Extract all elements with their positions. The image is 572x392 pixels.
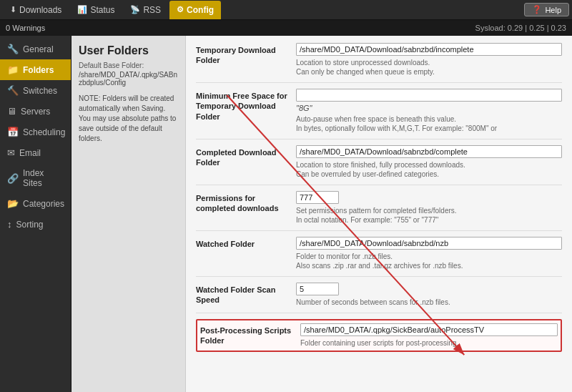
sidebar-item-indexsites[interactable]: 🔗 Index Sites	[0, 163, 71, 193]
form-right-scan-speed: Number of seconds between scans for .nzb…	[296, 283, 562, 307]
main-layout: 🔧 General 📁 Folders 🔨 Switches 🖥 Servers…	[0, 36, 572, 392]
tab-rss-label: RSS	[143, 5, 161, 15]
help-button[interactable]: ❓ Help	[524, 3, 569, 16]
folders-icon: 📁	[7, 64, 19, 75]
hint-completed-download: Location to store finished, fully proces…	[296, 160, 562, 179]
switches-icon: 🔨	[7, 85, 19, 96]
label-scan-speed: Watched Folder Scan Speed	[196, 283, 296, 305]
form-row-temp-download: Temporary Download Folder Location to st…	[196, 43, 562, 83]
hint-scan-speed: Number of seconds between scans for .nzb…	[296, 298, 562, 307]
form-row-permissions: Permissions for completed downloads Set …	[196, 191, 562, 231]
form-right-temp-download: Location to store unprocessed downloads.…	[296, 43, 562, 77]
input-post-processing[interactable]	[300, 323, 558, 336]
warnings-text: 0 Warnings	[6, 24, 45, 32]
hint-temp-download: Location to store unprocessed downloads.…	[296, 58, 562, 77]
input-permissions[interactable]	[296, 191, 339, 204]
base-folder-path: /share/MD0_DATA/.qpkg/SABnzbdplus/Config	[79, 71, 178, 87]
sidebar-item-general[interactable]: 🔧 General	[0, 39, 71, 59]
status-bar: 0 Warnings Sysload: 0.29 | 0.25 | 0.23	[0, 20, 572, 36]
form-row-min-free-space: Minimum Free Space for Temporary Downloa…	[196, 89, 562, 139]
input-completed-download[interactable]	[296, 145, 562, 158]
status-icon: 📊	[77, 5, 87, 14]
base-folder-label: Default Base Folder:	[79, 62, 178, 69]
form-row-post-processing: Post-Processing Scripts Folder Folder co…	[196, 319, 562, 352]
sidebar-general-label: General	[23, 44, 54, 54]
hint-post-processing: Folder containing user scripts for post-…	[300, 338, 558, 348]
hint-watched-folder: Folder to monitor for .nzb files.Also sc…	[296, 252, 562, 270]
downloads-icon: ⬇	[10, 5, 16, 14]
label-post-processing: Post-Processing Scripts Folder	[200, 323, 300, 346]
hint-min-free-space: Auto-pause when free space is beneath th…	[296, 114, 562, 133]
tab-config-label: Config	[187, 5, 214, 15]
tab-config[interactable]: ⚙ Config	[169, 1, 221, 19]
general-icon: 🔧	[7, 44, 19, 54]
indexsites-icon: 🔗	[7, 173, 19, 184]
form-right-completed-download: Location to store finished, fully proces…	[296, 145, 562, 179]
label-min-free-space: Minimum Free Space for Temporary Downloa…	[196, 89, 296, 122]
label-watched-folder: Watched Folder	[196, 237, 296, 249]
categories-icon: 📂	[7, 198, 19, 209]
value-text-min-free-space: "8G"	[296, 104, 562, 112]
label-permissions: Permissions for completed downloads	[196, 191, 296, 214]
email-icon: ✉	[7, 147, 15, 158]
form-row-watched-folder: Watched Folder Folder to monitor for .nz…	[196, 237, 562, 277]
sidebar-folders-label: Folders	[23, 65, 54, 75]
input-scan-speed[interactable]	[296, 283, 339, 295]
form-right-post-processing: Folder containing user scripts for post-…	[300, 323, 558, 348]
sidebar-item-switches[interactable]: 🔨 Switches	[0, 80, 71, 101]
sidebar-item-servers[interactable]: 🖥 Servers	[0, 101, 71, 122]
sidebar-scheduling-label: Scheduling	[23, 127, 65, 137]
tab-downloads-label: Downloads	[19, 5, 61, 15]
sorting-icon: ↕	[7, 219, 12, 230]
right-panel: Temporary Download Folder Location to st…	[186, 36, 572, 392]
sidebar-servers-label: Servers	[21, 107, 50, 117]
sidebar-item-email[interactable]: ✉ Email	[0, 142, 71, 163]
label-temp-download: Temporary Download Folder	[196, 43, 296, 66]
sidebar-sorting-label: Sorting	[16, 220, 44, 230]
sidebar-categories-label: Categories	[23, 199, 64, 209]
sidebar-item-folders[interactable]: 📁 Folders	[0, 59, 71, 80]
note-text: NOTE: Folders will be created automatica…	[79, 94, 178, 144]
form-row-scan-speed: Watched Folder Scan Speed Number of seco…	[196, 283, 562, 313]
hint-permissions: Set permissions pattern for completed fi…	[296, 206, 562, 225]
sysload-text: Sysload: 0.29 | 0.25 | 0.23	[475, 24, 566, 32]
top-nav: ⬇ Downloads 📊 Status 📡 RSS ⚙ Config ❓ He…	[0, 0, 572, 20]
rss-icon: 📡	[130, 5, 140, 14]
label-completed-download: Completed Download Folder	[196, 145, 296, 168]
form-row-completed-download: Completed Download Folder Location to st…	[196, 145, 562, 185]
sidebar-item-sorting[interactable]: ↕ Sorting	[0, 214, 71, 235]
form-right-permissions: Set permissions pattern for completed fi…	[296, 191, 562, 225]
input-temp-download[interactable]	[296, 43, 562, 56]
help-icon: ❓	[532, 5, 542, 14]
input-min-free-space[interactable]	[296, 89, 562, 102]
sidebar: 🔧 General 📁 Folders 🔨 Switches 🖥 Servers…	[0, 36, 72, 392]
servers-icon: 🖥	[7, 106, 16, 117]
content-area: User Folders Default Base Folder: /share…	[72, 36, 572, 392]
scheduling-icon: 📅	[7, 127, 19, 137]
left-panel: User Folders Default Base Folder: /share…	[72, 36, 186, 392]
sidebar-item-scheduling[interactable]: 📅 Scheduling	[0, 122, 71, 142]
help-label: Help	[545, 6, 561, 14]
section-title: User Folders	[79, 44, 178, 57]
tab-status[interactable]: 📊 Status	[70, 1, 122, 19]
sidebar-switches-label: Switches	[23, 86, 57, 96]
config-icon: ⚙	[177, 5, 184, 14]
input-watched-folder[interactable]	[296, 237, 562, 250]
form-right-min-free-space: "8G" Auto-pause when free space is benea…	[296, 89, 562, 133]
sidebar-item-categories[interactable]: 📂 Categories	[0, 193, 71, 214]
tab-downloads[interactable]: ⬇ Downloads	[3, 1, 69, 19]
sidebar-indexsites-label: Index Sites	[23, 168, 64, 188]
tab-rss[interactable]: 📡 RSS	[123, 1, 168, 19]
tab-status-label: Status	[90, 5, 114, 15]
form-right-watched-folder: Folder to monitor for .nzb files.Also sc…	[296, 237, 562, 270]
nav-right: ❓ Help	[524, 3, 569, 16]
nav-tabs: ⬇ Downloads 📊 Status 📡 RSS ⚙ Config	[3, 1, 524, 19]
sidebar-email-label: Email	[19, 148, 41, 158]
